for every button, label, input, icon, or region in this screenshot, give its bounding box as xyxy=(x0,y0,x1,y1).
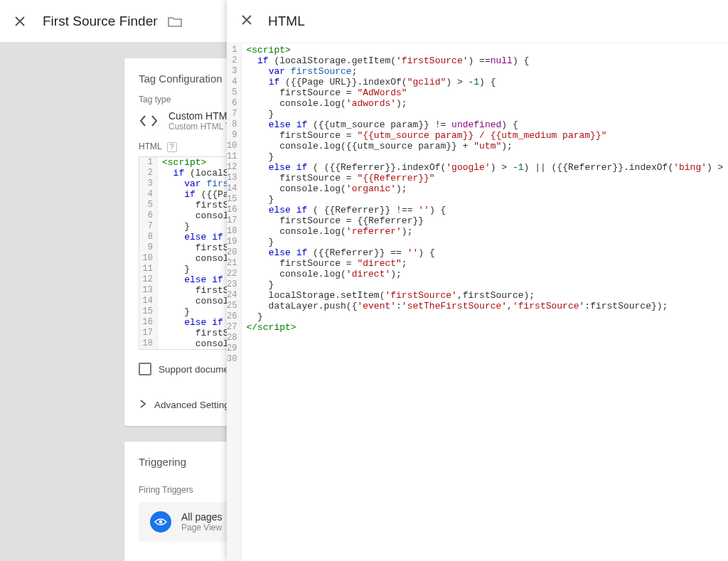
eye-icon xyxy=(150,511,171,533)
chevron-right-icon xyxy=(139,400,147,410)
folder-icon[interactable] xyxy=(168,14,182,28)
html-overlay-pane: HTML 1 2 3 4 5 6 7 8 9 10 11 12 13 14 15… xyxy=(227,0,728,561)
support-doc-checkbox[interactable] xyxy=(139,363,151,375)
close-overlay-button[interactable] xyxy=(241,14,252,28)
close-icon xyxy=(241,14,252,26)
overlay-title: HTML xyxy=(268,14,305,29)
trigger-sub: Page View xyxy=(181,523,223,533)
svg-point-0 xyxy=(159,520,163,524)
code-brackets-icon xyxy=(139,111,159,131)
overlay-gutter: 1 2 3 4 5 6 7 8 9 10 11 12 13 14 15 16 1… xyxy=(227,43,242,561)
small-code-gutter: 1 2 3 4 5 6 7 8 9 10 11 12 13 14 15 16 1… xyxy=(139,157,158,349)
help-icon[interactable]: ? xyxy=(167,142,177,152)
close-icon xyxy=(14,16,26,27)
overlay-code-body[interactable]: <script> if (localStorage.getItem('first… xyxy=(242,43,728,561)
trigger-name: All pages xyxy=(181,511,223,523)
overlay-code-editor[interactable]: 1 2 3 4 5 6 7 8 9 10 11 12 13 14 15 16 1… xyxy=(227,43,728,561)
html-field-label-text: HTML xyxy=(139,141,161,151)
advanced-settings-label: Advanced Settings xyxy=(154,400,235,410)
close-main-button[interactable] xyxy=(10,11,30,31)
page-title[interactable]: First Source Finder xyxy=(43,14,158,29)
overlay-header: HTML xyxy=(227,0,728,43)
support-doc-label: Support document xyxy=(159,364,237,375)
